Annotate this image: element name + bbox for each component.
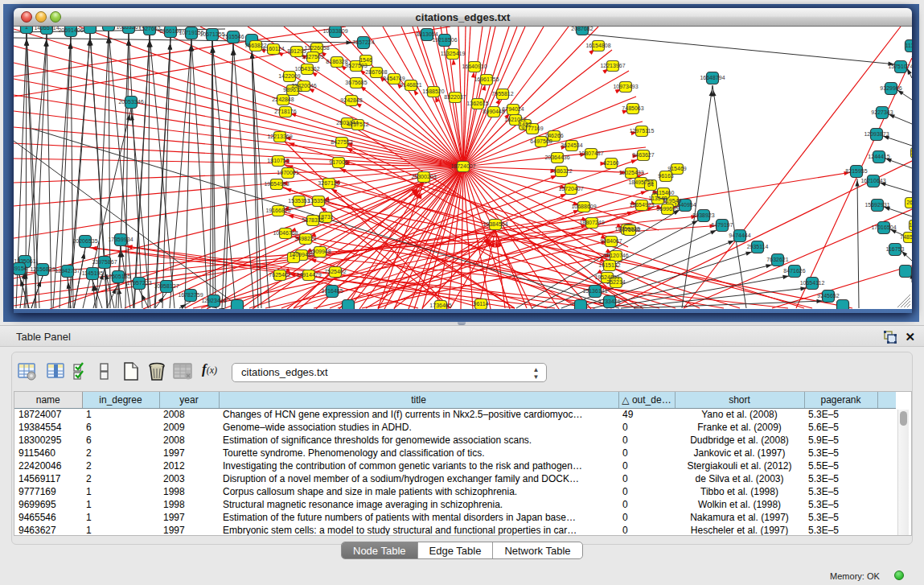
- svg-text:19654923: 19654923: [629, 202, 654, 208]
- svg-text:1810755: 1810755: [267, 158, 289, 163]
- svg-text:12923446: 12923446: [201, 298, 226, 303]
- svg-text:1736465: 1736465: [429, 303, 451, 308]
- svg-text:891295: 891295: [287, 48, 306, 54]
- svg-text:1588520: 1588520: [422, 89, 444, 94]
- svg-text:1335061: 1335061: [14, 258, 35, 264]
- svg-text:1535353: 1535353: [288, 198, 310, 204]
- svg-text:10046768: 10046768: [273, 230, 298, 236]
- svg-text:917006: 917006: [329, 159, 347, 165]
- svg-text:3498222: 3498222: [294, 236, 316, 241]
- svg-text:17359934: 17359934: [108, 237, 133, 242]
- svg-text:96114: 96114: [474, 301, 489, 307]
- svg-text:19654983: 19654983: [264, 181, 289, 187]
- svg-text:1615132: 1615132: [598, 262, 620, 268]
- svg-text:14914479: 14914479: [296, 272, 321, 278]
- svg-text:15692931: 15692931: [864, 202, 889, 208]
- svg-text:16120746: 16120746: [603, 253, 628, 258]
- svg-text:10958127: 10958127: [154, 283, 179, 289]
- svg-text:10653267: 10653267: [116, 27, 141, 30]
- svg-text:748500: 748500: [900, 234, 912, 240]
- svg-text:7357224: 7357224: [352, 39, 374, 45]
- svg-text:39154: 39154: [14, 266, 27, 271]
- svg-text:9909948: 9909948: [309, 249, 331, 254]
- svg-text:12942737: 12942737: [55, 268, 80, 274]
- svg-text:15751074: 15751074: [888, 64, 912, 69]
- svg-text:15720407: 15720407: [558, 186, 583, 192]
- svg-text:16210643: 16210643: [860, 178, 885, 183]
- svg-text:9146821: 9146821: [400, 82, 421, 88]
- svg-text:20364436: 20364436: [544, 154, 569, 160]
- svg-text:116753: 116753: [886, 246, 905, 252]
- svg-text:7955812: 7955812: [491, 91, 513, 97]
- svg-text:12213369: 12213369: [267, 134, 292, 139]
- svg-text:18731: 18731: [318, 214, 334, 220]
- svg-text:12156829: 12156829: [30, 266, 55, 272]
- svg-text:8186328: 8186328: [326, 59, 347, 64]
- svg-text:16154808: 16154808: [585, 43, 610, 48]
- svg-text:10688609: 10688609: [571, 204, 596, 209]
- svg-text:264: 264: [906, 200, 912, 205]
- svg-text:16961755: 16961755: [474, 76, 499, 82]
- svg-text:7485063: 7485063: [622, 105, 643, 111]
- svg-text:8454749: 8454749: [383, 76, 405, 81]
- svg-text:3675685: 3675685: [345, 80, 367, 85]
- svg-text:15136141: 15136141: [582, 288, 607, 294]
- svg-text:20053346: 20053346: [118, 99, 143, 105]
- svg-text:6794024: 6794024: [502, 106, 524, 112]
- svg-text:8813054: 8813054: [416, 31, 437, 37]
- svg-text:14055714: 14055714: [34, 27, 59, 31]
- svg-text:20691406: 20691406: [58, 27, 83, 33]
- svg-text:1112: 1112: [906, 43, 912, 48]
- svg-text:9242848: 9242848: [340, 97, 362, 103]
- svg-text:18807249: 18807249: [579, 220, 604, 225]
- svg-text:9527503: 9527503: [345, 63, 367, 68]
- svg-text:9463627: 9463627: [632, 152, 654, 158]
- svg-text:33975867: 33975867: [92, 259, 117, 265]
- svg-text:1546: 1546: [359, 57, 372, 63]
- svg-text:9115460: 9115460: [653, 190, 675, 196]
- svg-text:9777169: 9777169: [521, 126, 543, 131]
- svg-text:16782759: 16782759: [178, 292, 203, 298]
- svg-text:17957223: 17957223: [126, 280, 151, 286]
- svg-text:1527602: 1527602: [138, 27, 160, 31]
- svg-text:7525402: 7525402: [324, 269, 346, 274]
- svg-text:9327503: 9327503: [302, 54, 323, 60]
- svg-text:915469: 915469: [667, 166, 686, 171]
- svg-text:989613: 989613: [283, 87, 302, 93]
- svg-text:17016504: 17016504: [871, 225, 896, 230]
- svg-text:1353594: 1353594: [307, 198, 329, 204]
- svg-text:10973493: 10973493: [613, 84, 638, 89]
- svg-text:3624534: 3624534: [561, 142, 582, 148]
- svg-text:1970061: 1970061: [277, 170, 298, 175]
- svg-text:10671355: 10671355: [199, 31, 224, 37]
- svg-text:3267130: 3267130: [318, 180, 339, 186]
- svg-text:8215955: 8215955: [845, 168, 867, 174]
- svg-text:19218506: 19218506: [432, 37, 457, 43]
- svg-text:12213967: 12213967: [600, 63, 625, 68]
- svg-text:19166825: 19166825: [265, 208, 290, 213]
- svg-text:8427552: 8427552: [331, 139, 352, 145]
- svg-text:12505135: 12505135: [105, 274, 130, 279]
- svg-text:9084067: 9084067: [600, 238, 622, 244]
- svg-text:8471626: 8471626: [783, 268, 805, 274]
- svg-text:1964: 1964: [909, 222, 912, 228]
- svg-text:12975115: 12975115: [630, 128, 655, 134]
- svg-text:10543362: 10543362: [294, 66, 319, 72]
- svg-text:8322037: 8322037: [444, 94, 466, 100]
- svg-text:13226058: 13226058: [304, 45, 329, 51]
- svg-text:16648794: 16648794: [700, 75, 725, 80]
- svg-text:1: 1: [292, 254, 295, 260]
- svg-text:1297: 1297: [910, 150, 912, 155]
- svg-text:7625402: 7625402: [269, 272, 290, 278]
- svg-text:9699695: 9699695: [656, 206, 678, 212]
- svg-text:119549: 119549: [663, 198, 682, 204]
- svg-text:8938923: 8938923: [692, 212, 714, 218]
- svg-text:9329966: 9329966: [880, 85, 901, 91]
- svg-text:7632621: 7632621: [766, 257, 788, 262]
- svg-text:1: 1: [25, 27, 28, 30]
- svg-text:746266: 746266: [544, 133, 563, 138]
- svg-text:7663822: 7663822: [244, 43, 266, 48]
- svg-text:2935114: 2935114: [747, 244, 769, 249]
- svg-text:1422009: 1422009: [278, 73, 300, 79]
- svg-text:1075692: 1075692: [618, 227, 640, 233]
